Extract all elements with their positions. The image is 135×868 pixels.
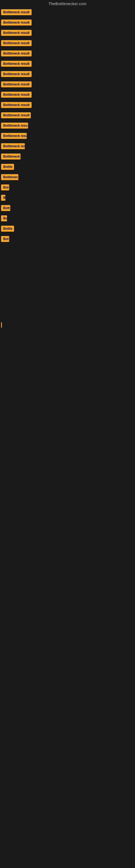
result-row: Bottleneck result [0, 100, 135, 111]
result-row: Bott [0, 204, 135, 214]
bottleneck-badge[interactable]: Bottle [1, 226, 14, 231]
bottleneck-badge[interactable]: Bottleneck result [1, 9, 32, 15]
result-row: Bottleneck result [0, 49, 135, 59]
result-row: Bottlenec [0, 173, 135, 183]
result-row: Bottleneck result [0, 80, 135, 90]
result-row: Bottleneck resu [0, 121, 135, 131]
bottleneck-badge[interactable]: Bott [1, 205, 10, 211]
result-row [0, 275, 135, 283]
bottleneck-badge[interactable]: Bo [1, 215, 7, 221]
bottleneck-badge[interactable]: Bottleneck result [1, 102, 32, 108]
result-row: Bottleneck result [0, 59, 135, 69]
result-row: Bottleneck result [0, 38, 135, 49]
bottleneck-badge[interactable]: B [1, 195, 5, 201]
bottleneck-badge[interactable]: Bottlenec [1, 174, 18, 180]
result-row [0, 268, 135, 275]
result-row: Bottle [0, 162, 135, 173]
results-container: Bottleneck resultBottleneck resultBottle… [0, 8, 135, 329]
bottleneck-badge[interactable]: Bottleneck result [1, 71, 32, 77]
result-row [0, 305, 135, 313]
result-row [0, 298, 135, 305]
site-title: TheBottlenecker.com [0, 0, 135, 8]
result-row [0, 313, 135, 321]
bottleneck-badge[interactable]: Bottleneck result [1, 30, 32, 36]
bottleneck-badge[interactable]: Bottle [1, 164, 14, 170]
result-row: Bottleneck resu [0, 131, 135, 142]
bottleneck-badge[interactable]: Bottleneck resu [1, 123, 28, 129]
result-row: Bottleneck result [0, 69, 135, 80]
bottleneck-badge[interactable]: Bottleneck [1, 154, 20, 159]
result-row [0, 283, 135, 290]
result-row: Bottle [0, 224, 135, 235]
result-row: Bottleneck res [0, 142, 135, 152]
result-row [0, 290, 135, 298]
bottleneck-badge[interactable]: Bot [1, 184, 9, 190]
bottleneck-badge[interactable]: Bottleneck result [1, 20, 32, 26]
result-row [0, 245, 135, 252]
result-row: Bottleneck result [0, 8, 135, 18]
result-row [0, 321, 135, 329]
bottleneck-badge[interactable]: Bot [1, 236, 9, 242]
cursor-indicator [1, 322, 2, 328]
bottleneck-badge[interactable]: Bottleneck res [1, 143, 25, 149]
result-row [0, 252, 135, 260]
result-row: Bottleneck result [0, 28, 135, 38]
result-row: Bottleneck result [0, 18, 135, 28]
result-row: Bo [0, 214, 135, 224]
bottleneck-badge[interactable]: Bottleneck resu [1, 133, 27, 139]
bottleneck-badge[interactable]: Bottleneck result [1, 51, 32, 56]
bottleneck-badge[interactable]: Bottleneck result [1, 82, 32, 87]
result-row: Bot [0, 183, 135, 193]
bottleneck-badge[interactable]: Bottleneck result [1, 92, 32, 98]
result-row: Bot [0, 235, 135, 245]
result-row: B [0, 193, 135, 204]
result-row: Bottleneck [0, 152, 135, 162]
result-row: Bottleneck result [0, 90, 135, 100]
bottleneck-badge[interactable]: Bottleneck result [1, 40, 32, 46]
bottleneck-badge[interactable]: Bottleneck result [1, 112, 31, 118]
bottleneck-badge[interactable]: Bottleneck result [1, 61, 32, 67]
result-row: Bottleneck result [0, 111, 135, 121]
result-row [0, 260, 135, 268]
